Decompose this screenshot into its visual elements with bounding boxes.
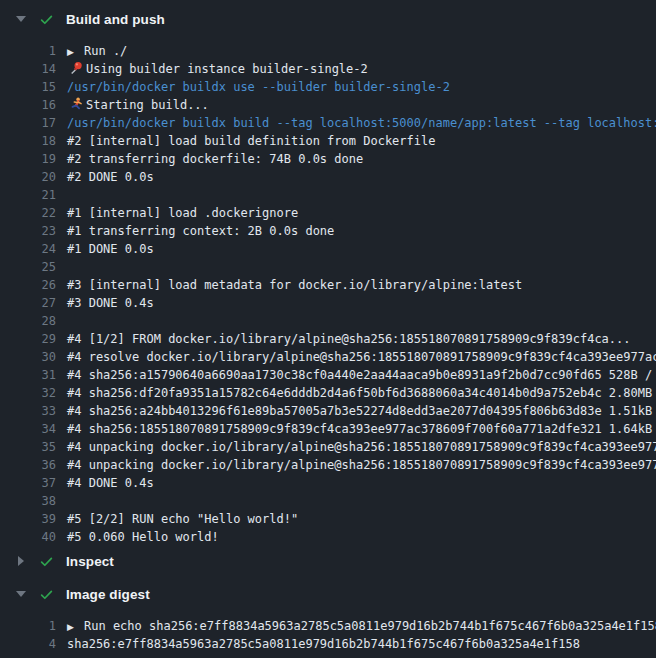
line-number[interactable]: 20: [0, 168, 56, 186]
log-text: Using builder instance builder-single-2: [56, 60, 368, 78]
log-step-inspect: Inspect: [0, 551, 656, 571]
expand-group-icon[interactable]: ▶: [67, 43, 84, 61]
line-number[interactable]: 14: [0, 60, 56, 78]
line-number[interactable]: 35: [0, 438, 56, 456]
line-number[interactable]: 18: [0, 132, 56, 150]
log-line: 34#4 sha256:185518070891758909c9f839cf4c…: [0, 420, 656, 438]
chevron-down-icon[interactable]: [16, 591, 26, 597]
log-line: 33#4 sha256:a24bb4013296f61e89ba57005a7b…: [0, 402, 656, 420]
step-log-lines: 1▶Run echo sha256:e7ff8834a5963a2785c5a0…: [0, 617, 656, 653]
log-text: Starting build...: [56, 96, 209, 114]
line-number[interactable]: 30: [0, 348, 56, 366]
line-number[interactable]: 16: [0, 96, 56, 114]
log-text-content: Starting build...: [86, 98, 209, 112]
log-text: sha256:e7ff8834a5963a2785c5a0811e979d16b…: [56, 635, 580, 653]
log-text-content: #1 DONE 0.0s: [67, 242, 154, 256]
chevron-right-icon[interactable]: [16, 556, 26, 566]
log-text-content: #4 unpacking docker.io/library/alpine@sh…: [67, 440, 656, 454]
log-line: 26#3 [internal] load metadata for docker…: [0, 276, 656, 294]
log-text-content: Run echo sha256:e7ff8834a5963a2785c5a081…: [84, 619, 656, 633]
log-text-content: #2 DONE 0.0s: [67, 170, 154, 184]
line-number[interactable]: 26: [0, 276, 56, 294]
line-number[interactable]: 17: [0, 114, 56, 132]
log-line: 16Starting build...: [0, 96, 656, 114]
line-number[interactable]: 15: [0, 78, 56, 96]
step-title: Build and push: [66, 12, 165, 27]
log-text-content: #4 sha256:df20fa9351a15782c64e6dddb2d4a6…: [67, 386, 656, 400]
log-line: 28: [0, 312, 656, 330]
log-text-content: #4 [1/2] FROM docker.io/library/alpine@s…: [67, 332, 631, 346]
success-check-icon: [39, 12, 54, 27]
log-text: #5 0.060 Hello world!: [56, 528, 219, 546]
log-line: 39#5 [2/2] RUN echo "Hello world!": [0, 510, 656, 528]
line-number[interactable]: 39: [0, 510, 56, 528]
log-text-content: #4 unpacking docker.io/library/alpine@sh…: [67, 458, 656, 472]
line-number[interactable]: 31: [0, 366, 56, 384]
log-text-content: #4 sha256:a24bb4013296f61e89ba57005a7b3e…: [67, 404, 656, 418]
log-text: #2 [internal] load build definition from…: [56, 132, 435, 150]
line-number[interactable]: 29: [0, 330, 56, 348]
log-text-content: #1 transferring context: 2B 0.0s done: [67, 224, 334, 238]
log-text: #3 [internal] load metadata for docker.i…: [56, 276, 522, 294]
log-text: #1 transferring context: 2B 0.0s done: [56, 222, 334, 240]
log-line: 25: [0, 258, 656, 276]
line-number[interactable]: 1: [0, 617, 56, 635]
line-number[interactable]: 37: [0, 474, 56, 492]
step-header-build-and-push[interactable]: Build and push: [0, 9, 656, 29]
success-check-icon: [39, 554, 54, 569]
log-text-content: sha256:e7ff8834a5963a2785c5a0811e979d16b…: [67, 637, 580, 651]
log-line: 31#4 sha256:a15790640a6690aa1730c38cf0a4…: [0, 366, 656, 384]
line-number[interactable]: 27: [0, 294, 56, 312]
log-command-text: /usr/bin/docker buildx build --tag local…: [56, 114, 656, 132]
line-number[interactable]: 1: [0, 42, 56, 60]
log-text-content: #4 DONE 0.4s: [67, 476, 154, 490]
log-text-content: #2 transferring dockerfile: 74B 0.0s don…: [67, 152, 363, 166]
log-text: #2 transferring dockerfile: 74B 0.0s don…: [56, 150, 363, 168]
pushpin-icon: [67, 61, 86, 75]
log-line: 14Using builder instance builder-single-…: [0, 60, 656, 78]
log-text-content: Run ./: [84, 44, 127, 58]
workflow-log: Build and push 1▶Run ./14Using builder i…: [0, 0, 656, 658]
log-line: 38: [0, 492, 656, 510]
log-line: 40#5 0.060 Hello world!: [0, 528, 656, 546]
line-number[interactable]: 38: [0, 492, 56, 510]
line-number[interactable]: 21: [0, 186, 56, 204]
line-number[interactable]: 36: [0, 456, 56, 474]
log-text-content: #4 sha256:a15790640a6690aa1730c38cf0a440…: [67, 368, 656, 382]
log-text: #3 DONE 0.4s: [56, 294, 154, 312]
line-number[interactable]: 28: [0, 312, 56, 330]
line-number[interactable]: 22: [0, 204, 56, 222]
runner-icon: [67, 97, 86, 111]
line-number[interactable]: 32: [0, 384, 56, 402]
log-text: ▶Run echo sha256:e7ff8834a5963a2785c5a08…: [56, 617, 656, 635]
step-header-image-digest[interactable]: Image digest: [0, 584, 656, 604]
log-text: #4 sha256:185518070891758909c9f839cf4ca3…: [56, 420, 656, 438]
line-number[interactable]: 25: [0, 258, 56, 276]
line-number[interactable]: 40: [0, 528, 56, 546]
log-text: #4 resolve docker.io/library/alpine@sha2…: [56, 348, 656, 366]
expand-group-icon[interactable]: ▶: [67, 618, 84, 636]
log-line: 1▶Run ./: [0, 42, 656, 60]
log-text: #5 [2/2] RUN echo "Hello world!": [56, 510, 298, 528]
log-text: [56, 258, 67, 276]
log-text: #1 DONE 0.0s: [56, 240, 154, 258]
log-line: 32#4 sha256:df20fa9351a15782c64e6dddb2d4…: [0, 384, 656, 402]
line-number[interactable]: 34: [0, 420, 56, 438]
line-number[interactable]: 19: [0, 150, 56, 168]
log-command-text: /usr/bin/docker buildx use --builder bui…: [56, 78, 450, 96]
line-number[interactable]: 33: [0, 402, 56, 420]
log-text: #4 sha256:a15790640a6690aa1730c38cf0a440…: [56, 366, 656, 384]
log-line: 37#4 DONE 0.4s: [0, 474, 656, 492]
log-text: [56, 186, 67, 204]
line-number[interactable]: 24: [0, 240, 56, 258]
log-text-content: #3 DONE 0.4s: [67, 296, 154, 310]
step-header-inspect[interactable]: Inspect: [0, 551, 656, 571]
line-number[interactable]: 4: [0, 635, 56, 653]
log-text-content: /usr/bin/docker buildx use --builder bui…: [67, 80, 450, 94]
chevron-down-icon[interactable]: [16, 16, 26, 22]
log-text: ▶Run ./: [56, 42, 127, 60]
log-text-content: #3 [internal] load metadata for docker.i…: [67, 278, 522, 292]
log-text: #1 [internal] load .dockerignore: [56, 204, 298, 222]
line-number[interactable]: 23: [0, 222, 56, 240]
log-text-content: #5 0.060 Hello world!: [67, 530, 219, 544]
